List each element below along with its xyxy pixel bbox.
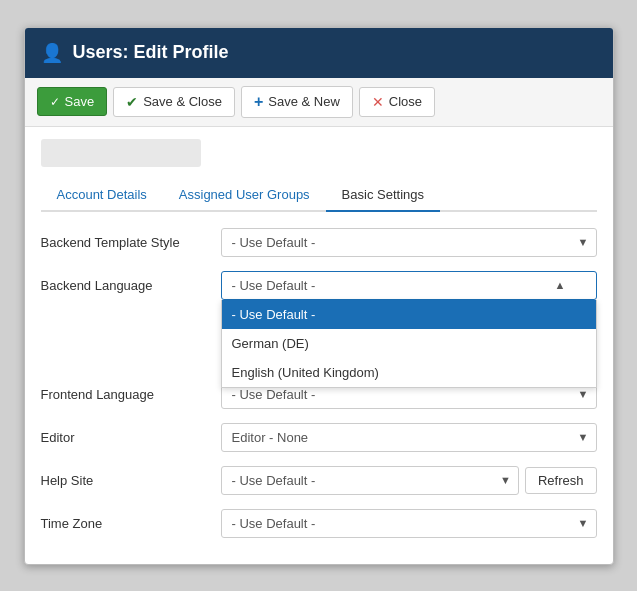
- backend-language-select-wrapper: - Use Default - ▲ - Use Default - German…: [221, 271, 597, 300]
- editor-group: Editor Editor - None ▼: [41, 423, 597, 452]
- backend-language-group: Backend Language - Use Default - ▲ - Use…: [41, 271, 597, 300]
- help-site-refresh-group: - Use Default - ▼ Refresh: [221, 466, 597, 495]
- help-site-label: Help Site: [41, 473, 221, 488]
- backend-language-label: Backend Language: [41, 271, 221, 293]
- content-area: Account Details Assigned User Groups Bas…: [25, 127, 613, 564]
- tabs: Account Details Assigned User Groups Bas…: [41, 179, 597, 212]
- time-zone-control: - Use Default - ▼: [221, 509, 597, 538]
- backend-template-style-control: - Use Default - ▼: [221, 228, 597, 257]
- frontend-language-label: Frontend Language: [41, 387, 221, 402]
- tab-account-details[interactable]: Account Details: [41, 179, 163, 212]
- editor-select[interactable]: Editor - None: [221, 423, 597, 452]
- help-site-select-wrapper: - Use Default - ▼: [221, 466, 519, 495]
- title-bar: 👤 Users: Edit Profile: [25, 28, 613, 78]
- main-window: 👤 Users: Edit Profile ✓ Save ✔ Save & Cl…: [24, 27, 614, 565]
- user-icon: 👤: [41, 42, 63, 64]
- editor-control: Editor - None ▼: [221, 423, 597, 452]
- save-icon: ✓: [50, 95, 60, 109]
- tab-basic-settings[interactable]: Basic Settings: [326, 179, 440, 212]
- form: Backend Template Style - Use Default - ▼…: [41, 228, 597, 538]
- toolbar: ✓ Save ✔ Save & Close + Save & New ✕ Clo…: [25, 78, 613, 127]
- help-site-group: Help Site - Use Default - ▼ Refresh: [41, 466, 597, 495]
- tab-assigned-user-groups[interactable]: Assigned User Groups: [163, 179, 326, 212]
- save-close-button[interactable]: ✔ Save & Close: [113, 87, 235, 117]
- refresh-button[interactable]: Refresh: [525, 467, 597, 494]
- backend-template-style-select[interactable]: - Use Default -: [221, 228, 597, 257]
- close-icon: ✕: [372, 94, 384, 110]
- page-title: Users: Edit Profile: [73, 42, 229, 63]
- backend-template-style-label: Backend Template Style: [41, 235, 221, 250]
- backend-language-dropdown: - Use Default - German (DE) English (Uni…: [221, 300, 597, 388]
- option-german[interactable]: German (DE): [222, 329, 596, 358]
- editor-label: Editor: [41, 430, 221, 445]
- backend-language-select-box[interactable]: - Use Default - ▲: [221, 271, 597, 300]
- time-zone-select[interactable]: - Use Default -: [221, 509, 597, 538]
- plus-icon: +: [254, 93, 263, 111]
- close-button[interactable]: ✕ Close: [359, 87, 435, 117]
- option-use-default[interactable]: - Use Default -: [222, 300, 596, 329]
- backend-template-style-group: Backend Template Style - Use Default - ▼: [41, 228, 597, 257]
- time-zone-group: Time Zone - Use Default - ▼: [41, 509, 597, 538]
- option-english-uk[interactable]: English (United Kingdom): [222, 358, 596, 387]
- help-site-control: - Use Default - ▼ Refresh: [221, 466, 597, 495]
- save-button[interactable]: ✓ Save: [37, 87, 108, 116]
- chevron-up-icon: ▲: [555, 279, 566, 291]
- breadcrumb: [41, 139, 201, 167]
- backend-language-control: - Use Default - ▲ - Use Default - German…: [221, 271, 597, 300]
- editor-select-wrapper: Editor - None ▼: [221, 423, 597, 452]
- save-new-button[interactable]: + Save & New: [241, 86, 353, 118]
- check-icon: ✔: [126, 94, 138, 110]
- time-zone-label: Time Zone: [41, 516, 221, 531]
- help-site-select[interactable]: - Use Default -: [221, 466, 519, 495]
- backend-template-style-select-wrapper: - Use Default - ▼: [221, 228, 597, 257]
- time-zone-select-wrapper: - Use Default - ▼: [221, 509, 597, 538]
